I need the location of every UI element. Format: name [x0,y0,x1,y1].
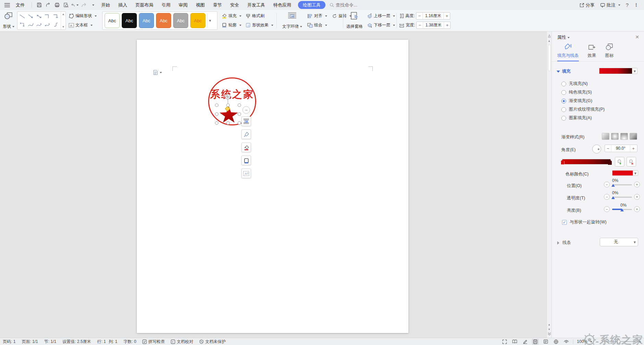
close-icon[interactable]: ✕ [635,34,639,40]
style-swatch-3[interactable]: Abc [139,13,154,28]
width-increase-button[interactable]: + [444,22,450,28]
position-increase-button[interactable]: + [634,182,640,187]
help-icon[interactable]: ? [626,2,629,8]
save-icon[interactable] [35,2,43,9]
resize-handle-ne[interactable] [238,103,241,107]
gradient-bar[interactable] [562,159,611,164]
outline-button[interactable]: 轮廓 [222,21,241,29]
status-page-number[interactable]: 页码: 1 [3,339,15,345]
resize-handle-s[interactable] [226,121,230,125]
zoom-slider-thumb[interactable] [617,340,620,343]
add-gradient-stop-button[interactable] [615,157,624,167]
shape-line-thumb[interactable] [18,12,26,21]
width-decrease-button[interactable]: − [417,22,423,28]
line-style-dropdown[interactable]: 无 ▾ [600,238,638,246]
quick-textbox-button[interactable]: A [241,169,251,178]
ribbon-collapse-icon[interactable] [547,34,551,38]
tab-home[interactable]: 开始 [97,0,114,10]
scroll-up-bottom-icon[interactable]: ▲ [547,322,551,327]
tab-references[interactable]: 引用 [157,0,175,10]
file-menu[interactable]: 文件 [12,0,29,10]
radio-solid-fill[interactable]: 纯色填充(S) [561,89,592,95]
book-view-icon[interactable] [511,339,518,345]
next-page-icon[interactable] [547,332,551,336]
style-gallery-more-icon[interactable]: ▾ [207,13,213,28]
customize-qat-icon[interactable] [89,2,96,9]
style-swatch-2[interactable]: Abc [122,13,137,28]
edit-mode-icon[interactable] [522,339,528,345]
send-backward-button[interactable]: 下移一层 [367,21,395,29]
rotate-handle[interactable]: ↻ [225,94,230,99]
transparency-slider[interactable] [612,197,632,198]
shape-curve-arrow-thumb[interactable] [35,21,43,29]
layout-options-button[interactable] [241,116,251,126]
radio-no-fill[interactable]: 无填充(N) [561,81,588,87]
transparency-increase-button[interactable]: + [634,194,640,200]
stop-color-dropdown-icon[interactable]: ▾ [633,171,638,175]
resize-handle-se[interactable] [238,121,241,125]
hamburger-icon[interactable] [3,2,11,9]
width-value[interactable]: 1.38厘米 [423,22,444,28]
resize-handle-n[interactable] [226,103,230,107]
tab-page-layout[interactable]: 页面布局 [131,0,157,10]
undo-icon[interactable] [71,2,79,9]
shape-curve-double-thumb[interactable] [43,21,51,29]
status-page-count[interactable]: 页面: 1/1 [22,339,38,345]
edit-shape-button[interactable]: 编辑形状 [69,12,97,20]
status-section[interactable]: 节: 1/1 [44,339,56,345]
proofread-button[interactable]: x 文档校对 [171,339,193,345]
comment-button[interactable]: 批注 [600,2,620,8]
line-section-header[interactable]: 线条 [557,240,571,246]
brightness-decrease-button[interactable]: − [604,206,610,212]
style-swatch-4[interactable]: Abc [156,13,171,28]
zoom-out-icon[interactable]: − [596,339,599,345]
text-wrap-button[interactable]: 文字环绕 [280,12,305,29]
resize-handle-nw[interactable] [215,103,218,107]
outline-view-icon[interactable] [542,339,549,345]
height-value[interactable]: 1.16厘米 [422,13,444,19]
gallery-scroll-up-icon[interactable]: ▲ [62,13,65,16]
resize-handle-w[interactable] [215,112,218,116]
object-anchor-button[interactable] [153,70,162,75]
shape-s-curve-thumb[interactable] [52,21,60,29]
quick-outline-button[interactable] [241,156,251,165]
resize-handle-sw[interactable] [215,121,218,125]
format-painter-button[interactable]: 格式刷 [246,12,273,20]
fullscreen-icon[interactable] [501,339,508,345]
collapse-mini-toolbar-button[interactable]: − [242,106,250,114]
tab-special-apps[interactable]: 特色应用 [269,0,295,10]
position-decrease-button[interactable]: − [604,182,610,187]
stamp-text[interactable]: 系统之家 [201,88,263,101]
scroll-down-icon[interactable]: ▼ [547,327,551,332]
tab-section[interactable]: 章节 [209,0,226,10]
height-increase-button[interactable]: + [444,13,450,19]
panel-title[interactable]: 属性 [557,34,570,40]
brightness-increase-button[interactable]: + [634,206,640,212]
angle-dial[interactable] [592,145,601,153]
gallery-scroll-down-icon[interactable]: ▼ [62,25,65,28]
print-icon[interactable] [53,2,61,9]
quick-fill-button[interactable] [241,143,251,152]
export-icon[interactable] [44,2,52,9]
status-setting-value[interactable]: 设置值: 2.5厘米 [62,339,91,345]
web-view-icon[interactable] [552,339,559,345]
shape-curve-thumb[interactable] [26,21,35,29]
tab-view[interactable]: 视图 [192,0,209,10]
shapes-button[interactable]: 形状 [3,12,14,29]
text-box-button[interactable]: A 文本框 [69,21,97,29]
zoom-in-icon[interactable]: + [639,339,641,344]
style-swatch-6[interactable]: Abc [190,13,205,28]
transparency-decrease-button[interactable]: − [604,194,610,200]
status-word-count[interactable]: 字数: 0 [123,339,136,345]
tab-effects[interactable]: 效果 [588,42,596,61]
style-swatch-1[interactable]: Abc [105,13,120,28]
fill-color-swatch[interactable]: ▾ [599,68,637,74]
quick-style-button[interactable] [241,130,251,139]
tab-review[interactable]: 审阅 [175,0,192,10]
gradient-style-rect[interactable] [620,133,628,140]
height-decrease-button[interactable]: − [416,13,422,19]
spell-check-button[interactable]: 拼写检查 [142,339,165,345]
gradient-style-path[interactable] [630,133,637,140]
gradient-style-radial[interactable] [611,133,619,140]
tab-insert[interactable]: 插入 [114,0,131,10]
